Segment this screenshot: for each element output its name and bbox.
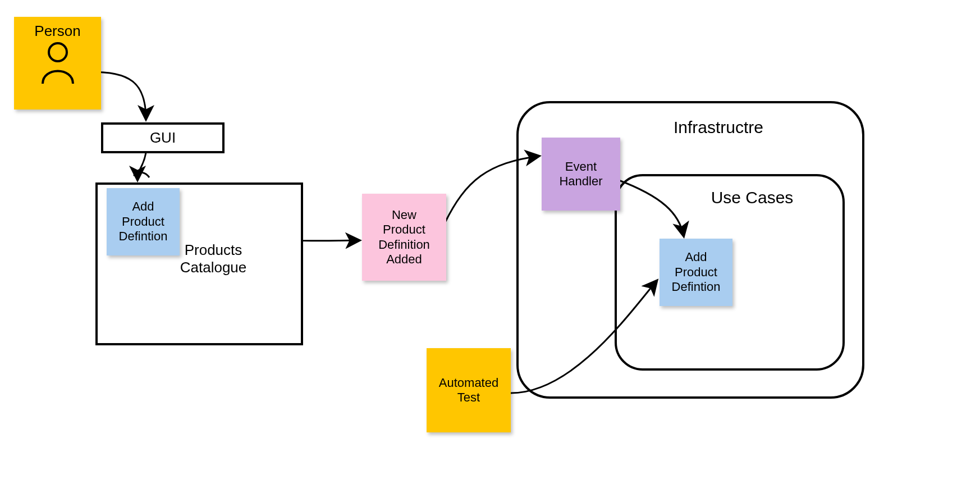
new-product-definition-added-note: New Product Definition Added <box>362 194 446 281</box>
svg-point-0 <box>49 43 67 61</box>
gui-label: GUI <box>150 129 176 147</box>
add-product-definition-note-usecase: Add Product Defintion <box>660 239 732 306</box>
automated-test-note: Automated Test <box>427 348 511 432</box>
gui-box: GUI <box>101 122 225 153</box>
use-cases-label: Use Cases <box>690 188 814 207</box>
event-handler-note: Event Handler <box>542 138 620 211</box>
infrastructure-label: Infrastructre <box>634 118 803 137</box>
diagram-canvas: Person GUI ProductsCatalogue Add Product… <box>0 0 980 502</box>
person-label: Person <box>34 22 80 40</box>
person-note: Person <box>14 17 101 109</box>
person-icon <box>38 40 77 85</box>
add-product-definition-note-source: Add Product Defintion <box>107 188 180 255</box>
